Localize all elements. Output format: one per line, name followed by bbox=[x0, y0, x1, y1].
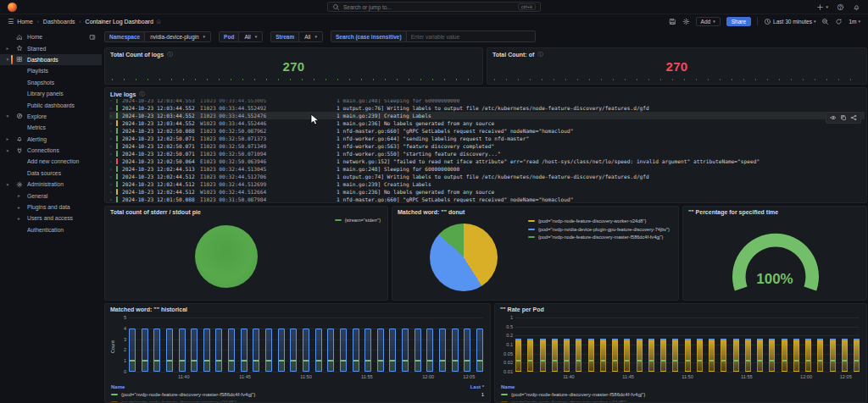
legend-row[interactable]: {pod="nvdp-node-feature-discovery-worker… bbox=[111, 399, 484, 403]
chevron-right-icon[interactable]: ▸ bbox=[14, 216, 24, 221]
sidebar-item-connections[interactable]: ▾Connections bbox=[0, 145, 102, 156]
namespace-select[interactable]: nvidia-device-plugin▾ bbox=[145, 31, 211, 42]
sidebar-item-snapshots[interactable]: Snapshots bbox=[0, 77, 102, 88]
log-row[interactable]: ›2024-10-23 12:02:44.512I1023 00:32:44.5… bbox=[109, 173, 865, 180]
log-expand-icon[interactable]: › bbox=[109, 158, 116, 164]
log-expand-icon[interactable]: › bbox=[109, 174, 116, 179]
sidebar-item-data-sources[interactable]: Data sources bbox=[0, 168, 102, 179]
chevron-down-icon[interactable]: ▾ bbox=[4, 57, 11, 62]
breadcrumb-item[interactable]: Home bbox=[17, 19, 33, 25]
sidebar-item-playlists[interactable]: Playlists bbox=[0, 65, 102, 76]
log-row[interactable]: ›2024-10-23 12:02:50.064E1023 00:32:50.0… bbox=[109, 157, 865, 165]
sidebar-item-dashboards[interactable]: ▾Dashboards bbox=[0, 54, 102, 65]
sidebar-item-authentication[interactable]: Authentication bbox=[0, 224, 102, 235]
eye-icon[interactable] bbox=[830, 114, 837, 121]
sidebar-item-library-panels[interactable]: Library panels bbox=[0, 88, 102, 99]
legend-header-last[interactable]: Last * bbox=[470, 384, 484, 389]
log-expand-icon[interactable]: › bbox=[109, 166, 116, 172]
chevron-right-icon[interactable]: ▸ bbox=[4, 46, 11, 51]
dock-menu-icon[interactable] bbox=[89, 34, 96, 41]
log-expand-icon[interactable]: › bbox=[109, 189, 116, 195]
log-expand-icon[interactable]: › bbox=[109, 181, 116, 187]
grafana-logo[interactable] bbox=[8, 3, 17, 12]
log-meta: I1023 00:32:44.512699 bbox=[200, 181, 266, 187]
dashboard-settings-icon[interactable] bbox=[682, 18, 690, 25]
log-row[interactable]: ›2024-10-23 12:03:44.552I1023 00:33:44.5… bbox=[109, 112, 865, 119]
log-expand-icon[interactable]: › bbox=[109, 113, 116, 119]
stream-select[interactable]: All▾ bbox=[299, 31, 323, 42]
chevron-down-icon[interactable]: ▾ bbox=[4, 113, 11, 119]
log-expand-icon[interactable]: › bbox=[109, 99, 116, 103]
chevron-right-icon[interactable]: ▸ bbox=[4, 136, 11, 141]
breadcrumb-item[interactable]: Container Log Dashboard bbox=[86, 19, 153, 25]
log-row[interactable]: ›2024-10-23 12:02:50.088I1023 00:32:50.0… bbox=[109, 127, 865, 135]
legend-header-name[interactable]: Name bbox=[111, 384, 125, 389]
chevron-right-icon[interactable]: ▸ bbox=[14, 193, 24, 198]
log-row[interactable]: ›2024-10-23 12:02:50.071I1023 00:32:50.0… bbox=[109, 135, 865, 142]
log-row[interactable]: ›2024-10-23 12:01:50.088I1023 00:31:50.0… bbox=[109, 196, 865, 202]
log-expand-icon[interactable]: › bbox=[109, 143, 116, 149]
info-icon[interactable]: ⓘ bbox=[139, 91, 145, 98]
share-button[interactable]: Share bbox=[726, 17, 751, 26]
help-icon[interactable] bbox=[837, 3, 844, 11]
log-row[interactable]: ›2024-10-23 12:02:50.071I1023 00:32:50.0… bbox=[109, 142, 865, 150]
sidebar-item-alerting[interactable]: ▸Alerting bbox=[0, 134, 102, 145]
legend-item[interactable]: {pod="nvdp-node-feature-discovery-master… bbox=[528, 235, 670, 240]
log-row[interactable]: ›2024-10-23 12:03:44.552W1023 00:33:44.5… bbox=[109, 119, 865, 127]
log-expand-icon[interactable]: › bbox=[109, 151, 116, 157]
add-button[interactable]: Add▾ bbox=[696, 17, 721, 26]
legend-item[interactable]: {pod="nvdp-nvidia-device-plugin-gpu-feat… bbox=[528, 227, 670, 232]
sidebar-item-starred[interactable]: ▸Starred bbox=[0, 42, 102, 53]
chevron-down-icon[interactable]: ▾ bbox=[4, 182, 11, 187]
sidebar-item-home[interactable]: Home bbox=[0, 31, 102, 42]
bar bbox=[340, 328, 347, 372]
notifications-bell-icon[interactable] bbox=[853, 3, 860, 11]
refresh-interval-picker[interactable]: 1m ▾ bbox=[849, 19, 860, 25]
bar bbox=[389, 328, 396, 372]
search-variable-input[interactable] bbox=[407, 30, 536, 42]
legend-header-name[interactable]: Name bbox=[501, 384, 515, 389]
search-input[interactable]: Search or jump to... ctrl+k bbox=[327, 2, 541, 12]
sidebar-item-users-and-access[interactable]: ▸Users and access bbox=[0, 213, 102, 224]
sidebar-item-metrics[interactable]: Metrics bbox=[0, 122, 102, 133]
sidebar-item-plugins-and-data[interactable]: ▸Plugins and data bbox=[0, 202, 102, 213]
sidebar-item-add-new-connection[interactable]: Add new connection bbox=[0, 156, 102, 167]
chevron-right-icon[interactable]: ▸ bbox=[14, 205, 24, 210]
breadcrumb-item[interactable]: Dashboards bbox=[43, 19, 75, 25]
info-icon[interactable]: ⓘ bbox=[167, 51, 173, 58]
time-range-picker[interactable]: Last 30 minutes ▾ bbox=[764, 18, 815, 25]
log-row[interactable]: ›2024-10-23 12:02:50.071I1023 00:32:50.0… bbox=[109, 150, 865, 157]
bar bbox=[464, 328, 470, 372]
log-expand-icon[interactable]: › bbox=[109, 196, 116, 202]
pod-select[interactable]: All▾ bbox=[239, 31, 263, 42]
share-icon[interactable] bbox=[850, 114, 857, 121]
log-row[interactable]: ›2024-10-23 12:02:44.513I1023 00:32:44.5… bbox=[109, 165, 865, 173]
bar bbox=[215, 328, 222, 372]
refresh-button[interactable] bbox=[835, 18, 843, 25]
menu-toggle-icon[interactable]: ☰ bbox=[8, 18, 14, 25]
copy-icon[interactable] bbox=[840, 114, 847, 121]
log-expand-icon[interactable]: › bbox=[109, 120, 116, 126]
log-row[interactable]: ›2024-10-23 12:03:44.552I1023 00:33:44.5… bbox=[109, 104, 865, 112]
new-button[interactable]: ▾ bbox=[816, 3, 828, 11]
log-expand-icon[interactable]: › bbox=[109, 128, 116, 134]
legend-row[interactable]: {pod="nvdp-node-feature-discovery-master… bbox=[501, 390, 860, 399]
log-expand-icon[interactable]: › bbox=[109, 105, 116, 111]
legend-row[interactable]: {pod="nvdp-node-feature-discovery-worker… bbox=[501, 399, 860, 403]
log-row[interactable]: ›2024-10-23 12:02:44.512W1023 00:32:44.5… bbox=[109, 188, 865, 196]
info-icon[interactable]: ⓘ bbox=[537, 51, 543, 58]
save-dashboard-icon[interactable] bbox=[669, 18, 676, 25]
zoom-out-time-icon[interactable] bbox=[821, 18, 829, 25]
favorite-star-icon[interactable]: ☆ bbox=[156, 18, 162, 25]
sidebar-item-administration[interactable]: ▾Administration bbox=[0, 179, 102, 190]
legend-item[interactable]: {pod="nvdp-node-feature-discovery-worker… bbox=[528, 218, 670, 224]
sidebar-item-explore[interactable]: ▾Explore bbox=[0, 111, 102, 122]
legend-item[interactable]: {stream="stderr"} bbox=[335, 218, 381, 223]
sidebar-item-public-dashboards[interactable]: Public dashboards bbox=[0, 99, 102, 110]
sidebar-item-general[interactable]: ▸General bbox=[0, 190, 102, 201]
legend-row[interactable]: {pod="nvdp-node-feature-discovery-master… bbox=[111, 390, 484, 399]
panel-total-count-of: Total Count: ofⓘ 270 bbox=[487, 47, 867, 85]
log-row[interactable]: ›2024-10-23 12:02:44.512I1023 00:32:44.5… bbox=[109, 180, 865, 188]
chevron-down-icon[interactable]: ▾ bbox=[4, 148, 11, 153]
log-expand-icon[interactable]: › bbox=[109, 135, 116, 141]
